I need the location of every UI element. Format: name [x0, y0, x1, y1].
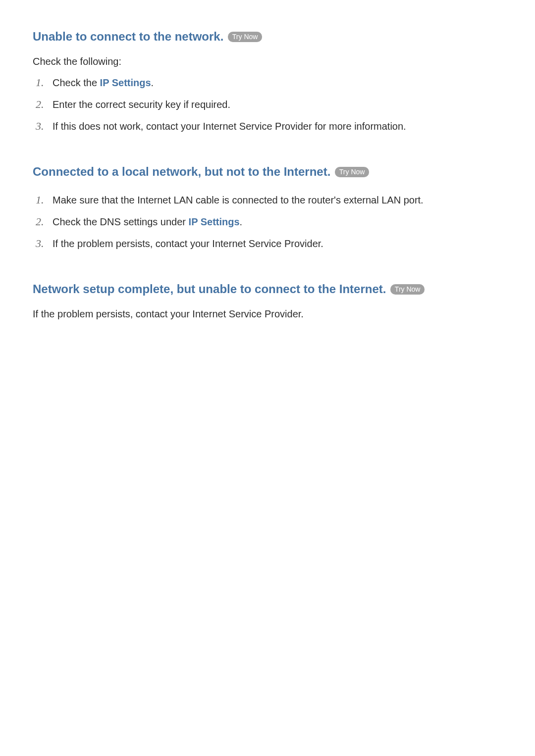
list-item-text: . [151, 77, 154, 88]
heading-row: Unable to connect to the network. Try No… [33, 28, 502, 45]
list-item: If this does not work, contact your Inte… [33, 117, 502, 136]
list-item-text: . [240, 216, 243, 227]
list-item-text: Check the [53, 77, 100, 88]
list-item-text: If this does not work, contact your Inte… [53, 121, 406, 132]
keyword-ip-settings: IP Settings [189, 216, 240, 227]
section-heading: Network setup complete, but unable to co… [33, 282, 386, 296]
list-item: Check the IP Settings. [33, 73, 502, 92]
section-heading: Unable to connect to the network. [33, 30, 223, 43]
section-local-network-no-internet: Connected to a local network, but not to… [33, 163, 502, 253]
list-item-text: Enter the correct security key if requir… [53, 99, 230, 110]
heading-row: Network setup complete, but unable to co… [33, 281, 502, 298]
try-now-button[interactable]: Try Now [390, 284, 425, 295]
section-intro: Check the following: [33, 56, 502, 67]
section-body: If the problem persists, contact your In… [33, 308, 502, 320]
list-item: Enter the correct security key if requir… [33, 95, 502, 114]
try-now-button[interactable]: Try Now [335, 167, 370, 177]
list-item: Make sure that the Internet LAN cable is… [33, 191, 502, 209]
list-item: If the problem persists, contact your In… [33, 234, 502, 253]
steps-list: Check the IP Settings. Enter the correct… [33, 73, 502, 136]
section-unable-to-connect: Unable to connect to the network. Try No… [33, 28, 502, 136]
steps-list: Make sure that the Internet LAN cable is… [33, 191, 502, 253]
section-heading: Connected to a local network, but not to… [33, 165, 330, 178]
try-now-button[interactable]: Try Now [228, 32, 263, 42]
heading-row: Connected to a local network, but not to… [33, 163, 502, 180]
section-setup-complete-no-internet: Network setup complete, but unable to co… [33, 281, 502, 320]
keyword-ip-settings: IP Settings [100, 77, 151, 88]
list-item-text: Make sure that the Internet LAN cable is… [53, 195, 424, 205]
list-item-text: If the problem persists, contact your In… [53, 238, 323, 249]
list-item-text: Check the DNS settings under [53, 216, 189, 227]
list-item: Check the DNS settings under IP Settings… [33, 212, 502, 231]
